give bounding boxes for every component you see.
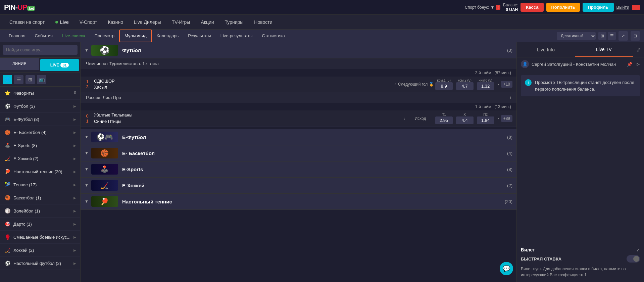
section-efootball[interactable]: ▼ ⚽🎮 Е-Футбол (8) (81, 129, 516, 145)
subnav-calendar[interactable]: Календарь (152, 30, 184, 42)
odd-value-3[interactable]: 1.32 (477, 82, 494, 90)
stream-name: Сергей Затолгуцкий - Константин Молчан (532, 62, 624, 67)
nav-item-casino[interactable]: Казино (102, 15, 129, 30)
subnav-results[interactable]: Результаты (183, 30, 215, 42)
next-market-button-2[interactable]: › (496, 116, 501, 121)
prev-market-button[interactable]: ‹ (393, 82, 398, 87)
nav-item-promos[interactable]: Акции (195, 15, 219, 30)
tab-live-info[interactable]: Live Info (517, 42, 575, 57)
nav-item-live-dealers[interactable]: Live Дилеры (129, 15, 166, 30)
odds-group: ком.1 (5) 8.9 ком.2 (5) 4.7 никто (5) 1.… (434, 79, 496, 90)
section-tabletennis[interactable]: ▼ 🏓 Настольный теннис (20) (81, 194, 516, 210)
sidebar-item-football[interactable]: ⚽ Футбол (3) ▶ (0, 100, 80, 113)
view-icon-expand[interactable]: ⤢ (618, 31, 628, 41)
subnav-stats[interactable]: Статистика (257, 30, 289, 42)
ehockey-count: (2) (507, 183, 512, 188)
info-icon[interactable]: ℹ (509, 95, 511, 100)
sidebar-item-efootball[interactable]: 🎮 Е-Футбол (8) ▶ (0, 113, 80, 126)
quick-bet-toggle[interactable] (627, 255, 640, 263)
sidebar-icon-globe[interactable]: 🌐 (3, 75, 12, 84)
odd-value-p1[interactable]: 2.95 (435, 116, 453, 124)
odd-value-x[interactable]: 4.4 (456, 116, 474, 124)
logo-text: PIN-UP.bet (4, 3, 35, 12)
sidebar-icon-grid[interactable]: ⊞ (26, 75, 35, 84)
subnav-home[interactable]: Главная (4, 30, 30, 42)
topup-button[interactable]: Пополнить (546, 3, 580, 12)
table-row: 1 3 СДЮШОР Хасыл ‹ Следующий гол 🏅 ком.1… (81, 77, 516, 92)
profile-button[interactable]: Профиль (583, 3, 614, 12)
balance-value: 0 UAH (506, 7, 518, 12)
subnav-events[interactable]: События (30, 30, 57, 42)
section-football[interactable]: ▼ ⚽ Футбол (3) (81, 42, 516, 58)
league-turkmenistan: Чемпионат Туркменистана. 1-я лига (81, 58, 516, 69)
sidebar-item-tennis[interactable]: 🎾 Теннис (17) ▶ (0, 178, 80, 191)
odd-value-1[interactable]: 8.9 (435, 82, 453, 90)
expand-icon[interactable]: ⤢ (636, 47, 641, 53)
sidebar-item-darts[interactable]: 🎯 Дартс (1) ▶ (0, 218, 80, 231)
sidebar-item-basketball[interactable]: 🏀 Баскетбол (1) ▶ (0, 191, 80, 204)
sidebar-item-ehockey[interactable]: 🏒 Е-Хоккей (2) ▶ (0, 152, 80, 165)
bet-expand-icon[interactable]: ⤢ (636, 247, 640, 252)
sidebar-icon-monitor[interactable]: 📺 (37, 75, 46, 84)
prev-market-button-2[interactable]: ‹ (402, 116, 407, 121)
nav-item-tv-games[interactable]: TV-Игры (166, 15, 196, 30)
subnav-preview[interactable]: Просмотр (90, 30, 119, 42)
more-markets-badge[interactable]: +10 (501, 81, 512, 88)
sidebar-item-mma[interactable]: 🥊 Смешанные боевые искус... ▶ (0, 231, 80, 244)
odd-value-p2[interactable]: 1.84 (477, 116, 494, 124)
view-icon-table[interactable]: ⊞ (598, 32, 606, 40)
section-ehockey[interactable]: ▼ 🏒 Е-Хоккей (2) (81, 178, 516, 194)
section-esports[interactable]: ▼ 🕹️ E-Sports (8) (81, 161, 516, 178)
language-flag[interactable] (632, 5, 640, 10)
sidebar-item-tablefootball[interactable]: ⚽ Настольный футбол (2) ▶ (0, 257, 80, 270)
score-home: 1 (84, 79, 91, 84)
sidebar-item-esports[interactable]: 🕹️ E-Sports (8) ▶ (0, 139, 80, 152)
tab-live[interactable]: LIVE 81 (40, 59, 79, 71)
view-icon-list[interactable]: ☰ (608, 32, 616, 40)
unpin-icon[interactable]: ⊳ (636, 62, 640, 67)
kassa-button[interactable]: Касса (521, 3, 544, 12)
efootball-banner: ⚽🎮 (91, 132, 118, 142)
sidebar-item-volleyball[interactable]: 🏐 Волейбол (1) ▶ (0, 204, 80, 218)
sport-bonus: Спорт бонус: ▼ ! (465, 5, 500, 10)
sidebar-item-ebasketball[interactable]: 🏀 Е- Баскетбол (4) ▶ (0, 126, 80, 139)
football-banner: ⚽ (91, 45, 118, 56)
sidebar-item-hockey[interactable]: 🏒 Хоккей (2) ▶ (0, 244, 80, 257)
nav-item-live[interactable]: Live (50, 15, 74, 30)
next-market-button[interactable]: › (496, 82, 501, 87)
sidebar-item-favorites[interactable]: ⭐ Фавориты 0 (0, 87, 80, 100)
efootball-title: Е-Футбол (122, 134, 507, 140)
sidebar-item-tabletennis[interactable]: 🏓 Настольный теннис (20) ▶ (0, 165, 80, 178)
tab-liniya[interactable]: ЛИНИЯ (0, 58, 39, 70)
nav-item-news[interactable]: Новости (249, 15, 278, 30)
chevron-right-icon: ▶ (73, 170, 76, 174)
more-markets-badge-2[interactable]: +89 (501, 115, 512, 122)
sidebar: ЛИНИЯ LIVE 81 🌐 ☰ ⊞ 📺 ⭐ Фавориты 0 ⚽ Фут… (0, 42, 81, 282)
chevron-right-icon: ▶ (73, 183, 76, 187)
subnav-live-results[interactable]: Live-результаты (216, 30, 257, 42)
view-icon-columns[interactable]: ⊟ (631, 31, 640, 41)
toggle-dot (633, 256, 639, 262)
tabletennis-icon: 🏓 (4, 168, 11, 175)
search-input[interactable] (3, 45, 78, 55)
sidebar-icon-list[interactable]: ☰ (14, 75, 23, 84)
decimal-select[interactable]: Десятичный Дробный Американский (557, 32, 596, 40)
football-icon: ⚽ (4, 103, 11, 109)
collapse-icon: ▼ (85, 151, 89, 155)
odd-value-2[interactable]: 4.7 (456, 82, 474, 90)
subnav-live-list[interactable]: Live-список (57, 30, 90, 42)
logout-button[interactable]: Выйти (616, 5, 630, 10)
chat-button[interactable]: 💬 (500, 262, 513, 275)
nav-item-sport[interactable]: Ставки на спорт (4, 15, 50, 30)
section-ebasketball[interactable]: ▼ 🏀 Е- Баскетбол (4) (81, 145, 516, 161)
tab-live-tv[interactable]: Live TV (575, 42, 633, 57)
ebasketball-icon: 🏀 (4, 129, 11, 136)
pin-icon[interactable]: 📌 (627, 62, 632, 67)
subnav-multiview[interactable]: Мультивид (119, 30, 152, 42)
nav-item-tournaments[interactable]: Турниры (219, 15, 249, 30)
chevron-right-icon: ▶ (73, 209, 76, 213)
tennis-icon: 🎾 (4, 181, 11, 188)
odds-group-2: П1 2.95 X 4.4 П2 1.84 (434, 113, 496, 124)
chevron-right-icon: ▶ (73, 196, 76, 200)
nav-item-vsport[interactable]: V-Спорт (74, 15, 103, 30)
